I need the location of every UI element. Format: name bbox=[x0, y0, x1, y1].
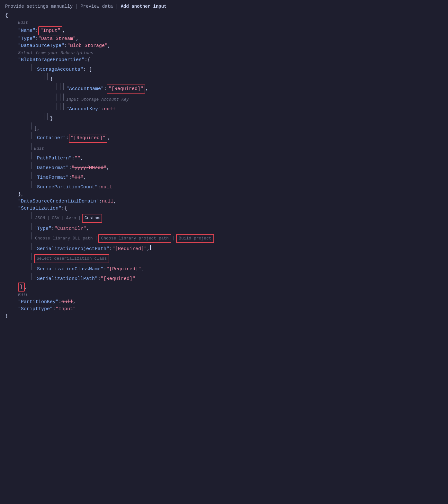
tab-csv[interactable]: CSV bbox=[51, 214, 60, 222]
container-required-box[interactable]: "[Required]" bbox=[69, 134, 107, 143]
cursor bbox=[150, 245, 151, 250]
account-name-line: "AccountName" : "[Required]" , bbox=[5, 83, 443, 94]
edit-label-3: Edit bbox=[5, 292, 443, 299]
account-name-required-box[interactable]: "[Required]" bbox=[107, 85, 145, 94]
tab-json[interactable]: JSON bbox=[34, 214, 46, 222]
container-line: "Container" : "[Required]" , bbox=[5, 132, 443, 143]
top-bar: Provide settings manually | Preview data… bbox=[5, 4, 443, 9]
select-deserialization-bar: Select deserialization class bbox=[5, 253, 443, 263]
separator-2: | bbox=[115, 4, 118, 9]
choose-dll-action[interactable]: Choose library DLL path bbox=[34, 235, 94, 242]
choose-project-action[interactable]: Choose library project path bbox=[98, 234, 171, 243]
build-project-action[interactable]: Build project bbox=[176, 234, 214, 243]
select-deserialization-button[interactable]: Select deserialization class bbox=[34, 254, 109, 263]
path-pattern-line: "PathPattern" : "" , bbox=[5, 152, 443, 162]
blob-storage-properties-open: "BlobStorageProperties" : { bbox=[5, 57, 443, 64]
library-action-bar: Choose library DLL path | Choose library… bbox=[5, 232, 443, 243]
account-key-line: "AccountKey" : null bbox=[5, 103, 443, 113]
source-partition-line: "SourcePartitionCount" : null bbox=[5, 181, 443, 191]
blob-storage-close: }, bbox=[5, 191, 443, 198]
edit-label-1: Edit bbox=[5, 19, 443, 26]
storage-item-open: { bbox=[5, 73, 443, 83]
library-actions: Choose library DLL path | Choose library… bbox=[34, 234, 214, 243]
serialization-tabs: JSON | CSV | Avro | Custom bbox=[5, 212, 443, 223]
name-line: "Name" : "Input" , bbox=[5, 26, 443, 35]
select-subscriptions-label[interactable]: Select from your Subscriptions bbox=[5, 50, 443, 57]
time-format-line: "TimeFormat" : "HH" , bbox=[5, 172, 443, 181]
preview-data-link[interactable]: Preview data bbox=[80, 4, 113, 9]
name-value-box[interactable]: "Input" bbox=[38, 26, 62, 35]
partition-key-line: "PartitionKey" : null , bbox=[5, 299, 443, 306]
storage-item-close: } bbox=[5, 113, 443, 122]
add-another-input-link[interactable]: Add another input bbox=[121, 4, 167, 9]
script-type-line: "ScriptType" : "Input" bbox=[5, 306, 443, 313]
json-editor: { Edit "Name" : "Input" , "Type" : "Data… bbox=[5, 12, 443, 320]
storage-accounts-open: "StorageAccounts" : [ bbox=[5, 64, 443, 73]
ds-credential-line: "DataSourceCredentialDomain" : null , bbox=[5, 198, 443, 205]
tab-custom[interactable]: Custom bbox=[82, 214, 102, 223]
serialization-classname-line: "SerializationClassName" : "[Required]" … bbox=[5, 263, 443, 273]
serialization-close: } , bbox=[5, 283, 443, 292]
root-close-brace: } bbox=[5, 313, 443, 320]
separator-1: | bbox=[75, 4, 78, 9]
datasource-type-line: "DataSourceType" : "Blob Storage" , bbox=[5, 42, 443, 50]
tab-avro[interactable]: Avro bbox=[65, 214, 77, 222]
provide-settings-link[interactable]: Provide settings manually bbox=[5, 4, 73, 9]
serialization-tab-bar: JSON | CSV | Avro | Custom bbox=[34, 214, 102, 223]
root-open-brace: { bbox=[5, 12, 443, 19]
edit-label-2: Edit bbox=[5, 143, 443, 152]
date-format-line: "DateFormat" : "yyyy/MM/dd" , bbox=[5, 162, 443, 172]
input-storage-key-label: Input Storage Account Key bbox=[5, 94, 443, 103]
serialization-type-line: "Type" : "CustomClr" , bbox=[5, 223, 443, 232]
serialization-dll-path-line: "SerializationDllPath" : "[Required]" bbox=[5, 273, 443, 283]
serialization-project-path-line: "SerializationProjectPath" : "[Required]… bbox=[5, 243, 443, 253]
serialization-open: "Serialization" : { bbox=[5, 205, 443, 212]
storage-accounts-close: ], bbox=[5, 122, 443, 132]
type-line: "Type" : "Data Stream" , bbox=[5, 35, 443, 42]
